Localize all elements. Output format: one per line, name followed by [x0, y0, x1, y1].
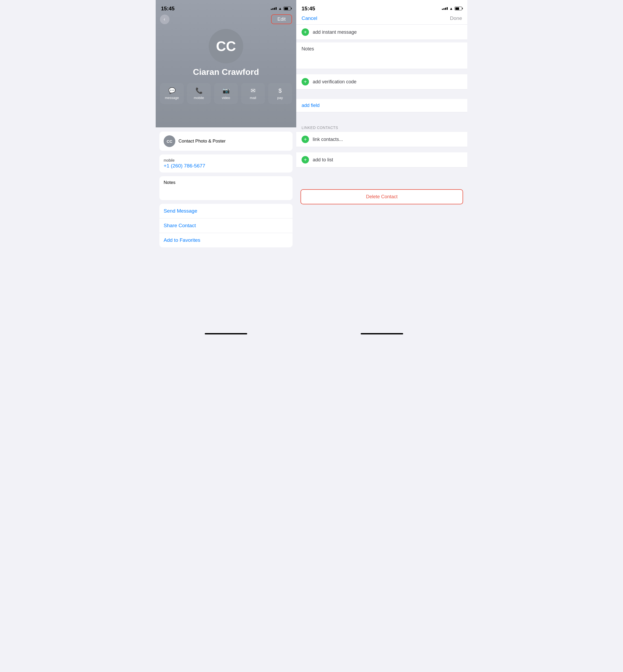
back-button[interactable]: ‹ [160, 15, 170, 24]
right-signal-icon [442, 7, 448, 10]
add-instant-message-row[interactable]: + add instant message [296, 25, 467, 40]
add-field-row[interactable]: add field [296, 99, 467, 112]
left-nav-bar: ‹ Edit [156, 13, 296, 26]
spacer-2 [296, 69, 467, 72]
chevron-left-icon: ‹ [164, 17, 165, 22]
contact-hero: 15:45 ▲ ‹ Edit [156, 0, 296, 128]
edit-button[interactable]: Edit [271, 14, 292, 24]
right-notes-section: Notes [296, 43, 467, 69]
phone-number[interactable]: +1 (260) 786-5677 [164, 163, 288, 169]
link-contacts-label: link contacts... [313, 137, 343, 142]
contact-photo-label: Contact Photo & Poster [178, 139, 226, 144]
phone-icon: 📞 [196, 87, 203, 94]
small-avatar-initials: CC [167, 139, 172, 144]
mobile-label: mobile [194, 96, 204, 100]
add-to-list-label: add to list [313, 157, 333, 163]
contact-name: Ciaran Crawford [193, 67, 259, 77]
right-time: 15:45 [301, 6, 315, 12]
right-nav-bar: Cancel Done [296, 13, 467, 25]
home-bar-left [205, 333, 247, 334]
spacer-1 [296, 40, 467, 43]
share-contact-label: Share Contact [164, 223, 196, 228]
right-panel: 15:45 ▲ Cancel Done + add instant me [296, 0, 467, 336]
message-label: message [165, 96, 179, 100]
phone-card: mobile +1 (260) 786-5677 [159, 155, 293, 172]
spacer-3 [296, 72, 467, 74]
cancel-button[interactable]: Cancel [301, 16, 317, 21]
left-status-bar: 15:45 ▲ [156, 0, 296, 13]
contact-photo-row: CC Contact Photo & Poster [159, 132, 293, 151]
battery-icon [284, 7, 291, 10]
message-button[interactable]: 💬 message [160, 83, 184, 104]
action-buttons-row: 💬 message 📞 mobile 📷 video ✉ mail $ pay [160, 83, 292, 108]
spacer-7 [296, 150, 467, 152]
done-button[interactable]: Done [450, 16, 462, 21]
left-time: 15:45 [161, 6, 175, 12]
add-instant-message-plus-icon: + [301, 28, 309, 36]
signal-icon [271, 7, 277, 10]
add-verification-plus-icon: + [301, 78, 309, 85]
add-to-list-plus-icon: + [301, 156, 309, 164]
contact-photo-card[interactable]: CC Contact Photo & Poster [159, 132, 293, 151]
link-contacts-row[interactable]: + link contacts... [296, 132, 467, 147]
pay-label: pay [277, 96, 283, 100]
mail-icon: ✉ [250, 87, 256, 94]
add-to-favorites-row[interactable]: Add to Favorites [159, 233, 293, 247]
right-battery-icon [454, 7, 462, 10]
pay-button[interactable]: $ pay [268, 83, 292, 104]
delete-contact-label: Delete Contact [366, 194, 397, 200]
video-icon: 📷 [222, 87, 230, 94]
video-button[interactable]: 📷 video [214, 83, 238, 104]
right-status-icons: ▲ [442, 6, 462, 10]
spacer-6 [296, 147, 467, 150]
message-icon: 💬 [169, 87, 176, 94]
video-label: video [222, 96, 230, 100]
home-bar-right [361, 333, 403, 334]
add-field-label: add field [301, 103, 320, 108]
linked-contacts-header: LINKED CONTACTS [296, 122, 467, 132]
share-contact-row[interactable]: Share Contact [159, 218, 293, 233]
pay-icon: $ [278, 87, 281, 94]
home-indicator-left [156, 329, 296, 336]
mobile-button[interactable]: 📞 mobile [187, 83, 211, 104]
spacer-8 [296, 167, 467, 177]
home-indicator-right [296, 329, 467, 336]
right-content: + add instant message Notes + add verifi… [296, 25, 467, 329]
wifi-icon: ▲ [278, 6, 282, 10]
small-avatar: CC [164, 135, 175, 147]
right-wifi-icon: ▲ [449, 6, 453, 10]
left-content: CC Contact Photo & Poster mobile +1 (260… [156, 128, 296, 329]
action-list: Send Message Share Contact Add to Favori… [159, 204, 293, 247]
right-notes-label: Notes [301, 46, 314, 52]
left-panel: 15:45 ▲ ‹ Edit [156, 0, 296, 336]
send-message-row[interactable]: Send Message [159, 204, 293, 218]
spacer-5 [296, 112, 467, 122]
link-contacts-plus-icon: + [301, 136, 309, 143]
mail-button[interactable]: ✉ mail [241, 83, 265, 104]
phone-type-label: mobile [164, 158, 288, 162]
notes-label: Notes [164, 180, 175, 185]
add-verification-code-label: add verification code [313, 79, 356, 85]
notes-card: Notes [159, 176, 293, 200]
left-status-icons: ▲ [271, 6, 291, 10]
mail-label: mail [250, 96, 256, 100]
add-to-favorites-label: Add to Favorites [164, 237, 200, 243]
add-to-list-row[interactable]: + add to list [296, 152, 467, 167]
spacer-9 [296, 177, 467, 187]
spacer-4 [296, 89, 467, 99]
avatar-initials: CC [216, 38, 236, 54]
right-status-bar: 15:45 ▲ [296, 0, 467, 13]
delete-contact-row[interactable]: Delete Contact [300, 189, 463, 204]
send-message-label: Send Message [164, 208, 197, 214]
add-instant-message-label: add instant message [313, 29, 357, 35]
add-verification-code-row[interactable]: + add verification code [296, 74, 467, 89]
contact-avatar: CC [209, 29, 243, 63]
